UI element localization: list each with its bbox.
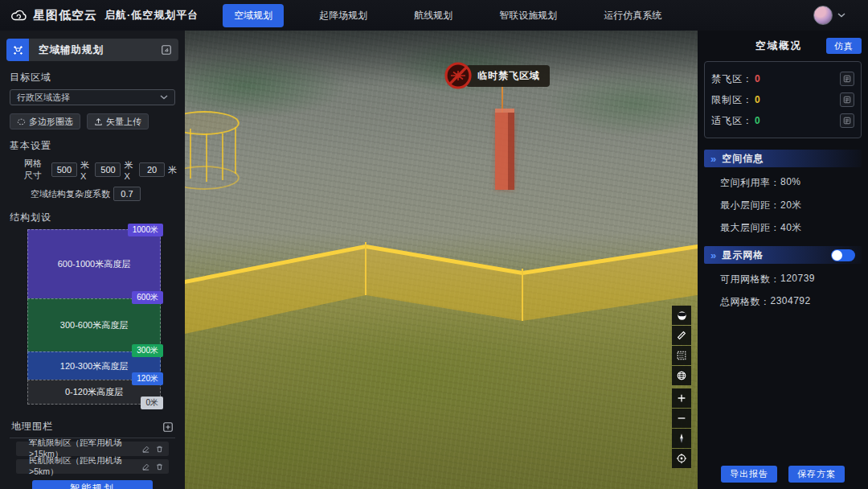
geofence-item-civil[interactable]: 民航限制区（距民用机场>5km）	[16, 459, 169, 474]
overview-title: 空域概况	[704, 39, 826, 53]
delete-icon[interactable]	[155, 462, 164, 471]
save-plan-button[interactable]: 保存方案	[788, 466, 845, 483]
complexity-label: 空域结构复杂度系数	[31, 188, 110, 200]
top-navbar: 星图低空云 启航·低空规划平台 空域规划 起降场规划 航线规划 智联设施规划 运…	[0, 0, 868, 31]
no-fly-zone-marker[interactable]: 临时禁飞区域	[444, 61, 550, 90]
smart-plan-button[interactable]: 智能规划	[32, 480, 153, 489]
tab-smart-facility-planning[interactable]: 智联设施规划	[488, 4, 568, 27]
edit-icon[interactable]	[141, 445, 150, 454]
globe-icon[interactable]	[672, 366, 691, 385]
temp-no-fly-column[interactable]	[495, 111, 514, 190]
grid-size-label: 网格尺寸	[24, 158, 48, 182]
app-window: 星图低空云 启航·低空规划平台 空域规划 起降场规划 航线规划 智联设施规划 运…	[0, 0, 868, 489]
stat-restricted: 限制区： 0	[711, 89, 854, 110]
sphere-view-icon[interactable]	[672, 306, 691, 325]
kv-value: 80%	[780, 176, 801, 190]
drone-icon	[6, 39, 29, 61]
grid-z-input[interactable]	[139, 162, 165, 177]
region-select[interactable]: 行政区域选择	[10, 89, 175, 105]
zoom-in-icon[interactable]	[672, 388, 691, 408]
upload-icon	[94, 117, 103, 126]
kv-label: 总网格数：	[720, 295, 771, 309]
stat-label: 禁飞区：	[711, 72, 753, 86]
layer-600-1000[interactable]: 1000米 600-1000米高度层 600米	[27, 229, 161, 298]
user-menu[interactable]	[813, 6, 868, 25]
grid-sep-1: 米 X	[80, 159, 92, 181]
polygon-select-label: 多边形圈选	[29, 116, 73, 128]
ruler-icon[interactable]	[672, 326, 691, 345]
panel-title: 空域辅助规划	[39, 43, 104, 57]
badge-300m: 300米	[132, 344, 163, 357]
grid-x-input[interactable]	[51, 162, 77, 177]
toggle-knob	[832, 250, 842, 261]
list-icon[interactable]	[840, 72, 854, 86]
zoom-out-icon[interactable]	[672, 409, 691, 428]
min-layer-gap-row: 最小层间距： 20米	[720, 199, 857, 212]
space-info-title: 空间信息	[722, 152, 764, 166]
tab-simulation-system[interactable]: 运行仿真系统	[592, 4, 673, 27]
badge-120m: 120米	[132, 372, 163, 385]
tab-airspace-planning[interactable]: 空域规划	[223, 4, 284, 27]
map-horizon-shade	[185, 31, 698, 87]
vector-upload-button[interactable]: 矢量上传	[87, 113, 149, 129]
fence-post	[522, 269, 523, 321]
grid-y-input[interactable]	[95, 162, 121, 177]
edit-icon[interactable]	[141, 462, 150, 471]
space-utilization-row: 空间利用率： 80%	[720, 176, 857, 190]
grid-display-toggle[interactable]	[831, 249, 855, 261]
kv-label: 空间利用率：	[720, 176, 780, 190]
avatar[interactable]	[813, 6, 833, 25]
stat-value: 0	[755, 73, 761, 84]
left-sidebar: 空域辅助规划 目标区域 行政区域选择 多边形圈选 矢量上传	[0, 31, 185, 489]
grid-sep-2: 米 X	[124, 159, 136, 181]
region-select-value: 行政区域选择	[17, 92, 70, 104]
no-drone-icon	[444, 61, 473, 90]
layer-label: 0-120米高度层	[65, 386, 123, 398]
stat-value: 0	[755, 115, 761, 126]
altitude-layer-stack: 1000米 600-1000米高度层 600米 300-600米高度层 300米…	[27, 229, 161, 405]
polygon-select-button[interactable]: 多边形圈选	[10, 113, 80, 129]
no-fly-zone-label: 临时禁飞区域	[466, 65, 550, 87]
cloud-logo-icon	[10, 6, 27, 24]
cylinder-line	[190, 129, 191, 179]
space-info-header: » 空间信息	[704, 150, 862, 167]
geofence-item-label: 民航限制区（距民用机场>5km）	[29, 455, 141, 478]
max-layer-gap-row: 最大层间距： 40米	[720, 221, 857, 235]
layer-label: 120-300米高度层	[60, 360, 128, 372]
delete-icon[interactable]	[155, 445, 164, 454]
cylinder-line	[235, 127, 236, 174]
target-area-label: 目标区域	[10, 71, 175, 84]
panel-collapse-icon[interactable]	[161, 44, 172, 55]
layer-label: 300-600米高度层	[60, 319, 128, 331]
compass-icon[interactable]	[672, 429, 691, 448]
map-3d-view[interactable]: 临时禁飞区域	[185, 31, 698, 489]
stat-suitable: 适飞区： 0	[711, 110, 854, 131]
simulate-button[interactable]: 仿真	[826, 38, 862, 54]
panel-header: 空域辅助规划	[6, 39, 178, 61]
geofence-item-military[interactable]: 军航限制区（距军用机场>15km）	[16, 442, 169, 456]
badge-600m: 600米	[132, 291, 163, 304]
double-chevron-icon: »	[710, 153, 717, 165]
total-grids-row: 总网格数： 2304792	[720, 295, 857, 309]
basic-settings-label: 基本设置	[10, 139, 175, 153]
product-name: 启航·低空规划平台	[104, 8, 199, 23]
fence-post	[365, 242, 366, 295]
add-geofence-icon[interactable]	[162, 421, 174, 433]
chevron-down-icon	[160, 95, 168, 100]
list-icon[interactable]	[840, 92, 854, 107]
stat-value: 0	[755, 94, 761, 105]
complexity-input[interactable]	[113, 187, 141, 201]
stat-label: 适飞区：	[711, 114, 753, 128]
badge-1000m: 1000米	[128, 224, 163, 236]
kv-label: 最小层间距：	[720, 199, 780, 212]
locate-icon[interactable]	[672, 449, 691, 468]
tab-vertiport-planning[interactable]: 起降场规划	[308, 4, 379, 27]
tab-route-planning[interactable]: 航线规划	[403, 4, 464, 27]
badge-0m: 0米	[141, 397, 163, 409]
area-measure-icon[interactable]	[672, 346, 691, 365]
export-report-button[interactable]: 导出报告	[721, 466, 777, 483]
structure-label: 结构划设	[10, 211, 175, 224]
layer-300-600[interactable]: 300-600米高度层 300米	[27, 298, 161, 351]
list-icon[interactable]	[840, 113, 854, 128]
map-toolbar-tools	[672, 306, 691, 385]
